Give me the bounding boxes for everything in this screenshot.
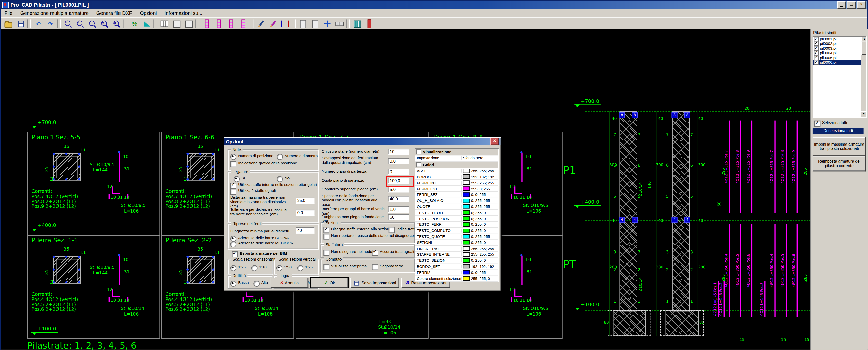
check-icon[interactable] (230, 183, 237, 189)
grid-row-colore-elementi-selezionati[interactable]: Colore elementi selezionati255; 255; 0 (415, 276, 498, 282)
grid-row-testo-sezioni[interactable]: TESTO_SEZIONI0; 255; 0 (415, 258, 498, 264)
item-checkbox-icon[interactable] (814, 55, 819, 60)
item-checkbox-icon[interactable] (814, 41, 819, 46)
radio-bassa[interactable]: Bassa (230, 281, 249, 287)
move-elements-button[interactable] (321, 18, 333, 30)
similar-pillars-listbox[interactable]: pil0001.pilpil0002.pilpil0003.pilpil0004… (813, 36, 867, 118)
apply-max-reinforcement-button[interactable]: Imponi la massima armatura tra i pilastr… (813, 137, 866, 156)
bar-table-button[interactable] (158, 18, 170, 30)
check-icon[interactable] (389, 227, 395, 233)
grid-row-quote[interactable]: QUOTE0; 255; 255 (415, 204, 498, 210)
checkbox-accorpa-tratti-uguali[interactable]: Accorpa tratti uguali (372, 250, 414, 256)
stirrup-shape-1-button[interactable] (297, 18, 309, 30)
checkbox-visualizza-anteprima[interactable]: Visualizza anteprima (323, 264, 367, 270)
grid-row-staffe-interne[interactable]: STAFFE_INTERNE255; 255; 255 (415, 252, 498, 258)
item-checkbox-icon[interactable] (814, 51, 819, 56)
radio-1-25[interactable]: 1:25 (298, 265, 313, 271)
checkbox-indica-tratto[interactable]: Indica tratto (389, 227, 416, 233)
zoom-extents-button[interactable]: ∗ (98, 18, 111, 30)
check-icon[interactable] (230, 161, 237, 167)
input-spessore-della-fondazione-per-[interactable]: 40,0 (388, 196, 409, 202)
input-chiusura-staffe-numero-diametr[interactable]: 10 (388, 149, 409, 155)
radio-icon[interactable] (277, 176, 283, 182)
pillar-elevation-1-button[interactable] (200, 18, 213, 30)
bar-position-button[interactable] (279, 18, 291, 30)
radio-icon[interactable] (298, 265, 304, 271)
item-checkbox-icon[interactable] (814, 46, 819, 51)
checkbox-non-riportare-il-passo-delle-s[interactable]: Non riportare il passo delle staffe nel … (323, 233, 425, 240)
stirrup-shape-2-button[interactable] (309, 18, 321, 30)
check-icon[interactable] (323, 264, 329, 270)
radio-icon[interactable] (251, 265, 257, 271)
undo-button[interactable]: ↶ (32, 18, 44, 30)
input-field[interactable]: 40 (296, 227, 314, 233)
radio-1-25[interactable]: 1:25 (230, 265, 246, 271)
checkbox-utilizza-staffe-interne-nelle-[interactable]: Utilizza staffe interne nelle sezioni re… (230, 183, 317, 189)
grid-row-testo-titoli[interactable]: TESTO_TITOLI0; 255; 0 (415, 210, 498, 216)
grid-row-bordo-sez[interactable]: BORDO_SEZ192; 192; 192 (415, 264, 498, 270)
grid-row-sezioni[interactable]: SEZIONI0; 255; 0 (415, 240, 498, 246)
open-button[interactable] (2, 18, 14, 30)
radio-icon[interactable] (230, 281, 237, 287)
menu-item-genera-file-dxf[interactable]: Genera file DXF (93, 10, 136, 16)
check-icon[interactable] (323, 250, 329, 256)
checkbox-non-disegnare-nel-nodo[interactable]: Non disegnare nel nodo (323, 250, 372, 256)
radio-1-50[interactable]: 1:50 (276, 265, 291, 271)
grid-row-assi[interactable]: ASSI255; 255; 255 (415, 168, 498, 174)
listbox-scrollbar[interactable]: ▲ ▼ (861, 36, 866, 118)
radio-si[interactable]: Si (234, 176, 245, 182)
input-copriferro-superiore-pieghe-cm[interactable]: 5,0 (388, 186, 409, 192)
item-checkbox-icon[interactable] (814, 60, 819, 65)
list-item-pil0004-pil[interactable]: pil0004.pil (813, 51, 866, 56)
check-icon[interactable] (372, 264, 378, 270)
edit-stirrups-button[interactable] (267, 18, 279, 30)
list-item-pil0003-pil[interactable]: pil0003.pil (813, 46, 866, 51)
input-numero-piano-di-partenza[interactable]: 0 (388, 169, 409, 175)
section-layout-1-button[interactable] (170, 18, 183, 30)
single-pillar-button[interactable] (363, 18, 375, 30)
grid-row-testo-ferri[interactable]: TESTO_FERRI0; 255; 0 (415, 222, 498, 228)
reset-current-pillar-button[interactable]: Reimposta armatura del pilastro corrente (813, 156, 866, 171)
input-field[interactable]: 35,0 (296, 198, 314, 204)
radio-icon[interactable] (230, 241, 237, 247)
pillar-elevation-4-button[interactable] (237, 18, 249, 30)
redo-button[interactable]: ↷ (44, 18, 57, 30)
radio-aderenza-delle-barre-mediocre[interactable]: Aderenza delle barre MEDIOCRE (230, 241, 296, 247)
radio-aderenza-delle-barre-buona[interactable]: Aderenza delle barre BUONA (230, 235, 289, 242)
checkbox-sagoma-ferro[interactable]: Sagoma ferro (372, 264, 403, 270)
grid-row-testo-posizioni[interactable]: TESTO_POSIZIONI0; 255; 0 (415, 216, 498, 222)
radio-icon[interactable] (277, 154, 283, 160)
checkbox-disegna-staffe-esterne-alla-se[interactable]: Disegna staffe esterne alla sezione (323, 227, 391, 233)
set-square-button[interactable] (141, 18, 153, 30)
check-icon[interactable] (323, 233, 329, 240)
grid-row-qu-h-solaio[interactable]: QU_H_SOLAIO0; 255; 255 (415, 198, 498, 204)
check-icon[interactable] (230, 189, 237, 195)
deselect-all-button[interactable]: Deseleziona tutti (813, 128, 864, 134)
check-icon[interactable] (372, 250, 378, 256)
grid-row-ferri2[interactable]: FERRI20; 0; 255 (415, 269, 498, 276)
save-button[interactable] (14, 18, 27, 30)
grid-row-ferri-int[interactable]: FERRI_INT255; 255; 255 (415, 180, 498, 186)
compute-table-button[interactable] (351, 18, 363, 30)
pillar-elevation-3-button[interactable] (225, 18, 237, 30)
edit-bars-button[interactable] (255, 18, 267, 30)
close-button[interactable]: × (857, 1, 866, 9)
zoom-previous-button[interactable]: ◀ (111, 18, 123, 30)
radio-numero-di-posizione[interactable]: Numero di posizione (230, 154, 274, 160)
radio-icon[interactable] (230, 235, 237, 242)
grid-row-ferri-est[interactable]: FERRI_EST255; 0; 255 (415, 186, 498, 192)
zoom-window-button[interactable]: ▫ (86, 18, 98, 30)
checkbox-esporta-armature-per-bim[interactable]: Esporta armature per BIM (232, 251, 287, 257)
list-item-pil0001-pil[interactable]: pil0001.pil (813, 36, 866, 41)
checkbox-indicazione-grafica-della-posi[interactable]: Indicazione grafica della posizione (230, 161, 297, 167)
input-field[interactable]: 0,0 (296, 210, 314, 216)
button-salva-impostazioni[interactable]: Salva impostazioni (350, 278, 399, 288)
menu-item-file[interactable]: File (1, 10, 16, 16)
item-checkbox-icon[interactable] (814, 36, 819, 41)
dialog-close-icon[interactable]: × (491, 138, 499, 145)
select-all-check-icon[interactable] (814, 121, 820, 127)
zoom-in-button[interactable]: + (62, 18, 74, 30)
radio-alta[interactable]: Alta (253, 281, 268, 287)
grid-header-visualizzazione[interactable]: −Visualizzazione (415, 149, 498, 156)
menu-item-opzioni[interactable]: Opzioni (136, 10, 161, 16)
